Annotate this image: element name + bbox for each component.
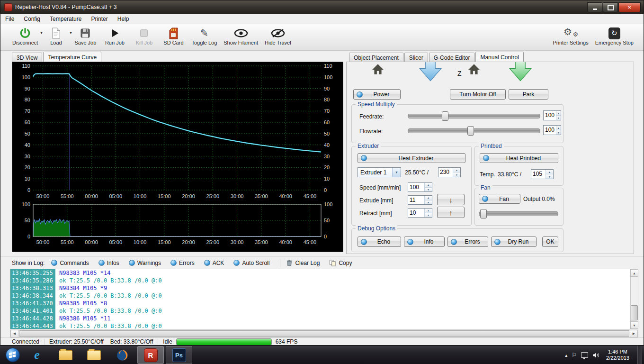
load-button[interactable]: Load ▾: [41, 24, 71, 46]
debug-dry-run-button[interactable]: Dry Run: [491, 237, 537, 247]
flowrate-slider-thumb[interactable]: [467, 126, 474, 136]
run-job-button[interactable]: Run Job: [100, 24, 129, 46]
title-bar[interactable]: Repetier-Host V0.84 - PumpCase.stl + 3 ✕: [0, 0, 644, 14]
turn-motor-off-button[interactable]: Turn Motor Off: [450, 89, 506, 100]
flowrate-spinner[interactable]: 100 ▲▼: [543, 125, 561, 135]
taskbar-clock[interactable]: 1:46 PM 2/22/2013: [606, 349, 629, 361]
debug-echo-button[interactable]: Echo: [358, 237, 401, 247]
z-down-arrow-button[interactable]: [509, 62, 532, 82]
feedrate-spinner[interactable]: 100 ▲▼: [543, 110, 561, 120]
taskbar-ie-button[interactable]: e: [24, 346, 50, 364]
tab-manual-control[interactable]: Manual Control: [475, 52, 523, 62]
disconnect-button[interactable]: Disconnect ▾: [9, 24, 41, 46]
spinner-up-button[interactable]: ▲: [546, 170, 553, 174]
retract-button[interactable]: ↑: [437, 207, 465, 218]
log-filter-commands[interactable]: Commands: [51, 260, 89, 266]
feedrate-slider-thumb[interactable]: [442, 111, 448, 121]
maximize-button[interactable]: [603, 2, 618, 12]
spinner-up-button[interactable]: ▲: [453, 168, 460, 173]
slider-track: [408, 128, 540, 133]
printer-settings-button[interactable]: ⚙⚙ Printer Settings: [549, 24, 591, 46]
minimize-button[interactable]: [587, 2, 602, 12]
emergency-stop-button[interactable]: ↻ Emergency Stop: [592, 24, 637, 46]
close-button[interactable]: ✕: [618, 2, 641, 12]
retract-length-spinner[interactable]: 10 ▲▼: [408, 208, 432, 218]
spinner-up-button[interactable]: ▲: [425, 209, 432, 213]
hide-travel-button[interactable]: Hide Travel: [261, 24, 295, 46]
menu-printer[interactable]: Printer: [86, 14, 112, 24]
taskbar-repetier-button[interactable]: R: [137, 346, 164, 364]
sd-card-button[interactable]: SD Card: [159, 24, 188, 46]
home-z-icon[interactable]: [467, 63, 481, 75]
log-horizontal-scrollbar[interactable]: ◀ ▶: [10, 330, 638, 337]
spinner-down-button[interactable]: ▼: [546, 174, 553, 179]
bed-target-spinner[interactable]: 105 ▲▼: [531, 169, 554, 179]
extruder-selector[interactable]: Extruder 1 ▼: [358, 167, 401, 177]
volume-icon[interactable]: [592, 352, 599, 358]
tab-slicer[interactable]: Slicer: [404, 53, 428, 62]
scrollbar-thumb[interactable]: [19, 330, 629, 337]
taskbar-explorer-button[interactable]: [80, 346, 107, 364]
log-vertical-scrollbar[interactable]: ▲ ▼: [630, 269, 638, 329]
fan-slider[interactable]: [479, 209, 558, 218]
extruder-target-spinner[interactable]: 230 ▲▼: [438, 167, 461, 177]
taskbar-photoshop-button[interactable]: Ps: [166, 346, 192, 364]
spinner-up-button[interactable]: ▲: [425, 196, 432, 200]
taskbar-firefox-button[interactable]: [109, 346, 135, 364]
debug-errors-button[interactable]: Errors: [447, 237, 488, 247]
spinner-down-button[interactable]: ▼: [556, 130, 561, 135]
log-auto-scroll-toggle[interactable]: Auto Scroll: [233, 260, 269, 266]
debug-info-button[interactable]: Info: [404, 237, 445, 247]
extrude-speed-spinner[interactable]: 100 ▲▼: [408, 182, 432, 192]
scrollbar-thumb[interactable]: [631, 305, 638, 320]
show-hidden-icons-button[interactable]: ▴: [565, 353, 567, 358]
home-xy-icon[interactable]: [371, 63, 385, 75]
toggle-log-button[interactable]: ✎ Toggle Log: [188, 24, 220, 46]
tab-temperature-curve[interactable]: Temperature Curve: [43, 52, 101, 62]
flowrate-slider[interactable]: [408, 126, 540, 135]
scroll-left-arrow[interactable]: ◀: [10, 330, 18, 337]
fan-button[interactable]: Fan: [479, 194, 520, 204]
taskbar-libraries-button[interactable]: [52, 346, 79, 364]
tab-gcode-editor[interactable]: G-Code Editor: [429, 53, 475, 62]
clear-log-button[interactable]: Clear Log: [286, 259, 320, 266]
spinner-down-button[interactable]: ▼: [453, 173, 460, 177]
tab-3d-view[interactable]: 3D View: [12, 53, 42, 62]
spinner-down-button[interactable]: ▼: [425, 188, 432, 192]
save-job-button[interactable]: Save Job: [71, 24, 100, 46]
ok-button[interactable]: OK: [542, 237, 558, 247]
show-desktop-button[interactable]: [637, 346, 642, 364]
y-minus-arrow-button[interactable]: [419, 62, 442, 82]
heat-printbed-button[interactable]: Heat Printbed: [480, 153, 558, 163]
log-filter-warnings[interactable]: Warnings: [129, 260, 161, 266]
spinner-up-button[interactable]: ▲: [425, 183, 432, 188]
spinner-down-button[interactable]: ▼: [425, 213, 432, 218]
extrude-length-spinner[interactable]: 11 ▲▼: [408, 195, 432, 205]
menu-help[interactable]: Help: [113, 14, 134, 24]
spinner-down-button[interactable]: ▼: [425, 200, 432, 205]
extrude-button[interactable]: ↓: [437, 194, 465, 205]
menu-temperature[interactable]: Temperature: [45, 14, 86, 24]
copy-log-button[interactable]: Copy: [329, 259, 352, 267]
menu-config[interactable]: Config: [19, 14, 45, 24]
log-filter-infos[interactable]: Infos: [98, 260, 119, 266]
network-icon[interactable]: [581, 352, 588, 358]
power-button[interactable]: Power: [353, 89, 401, 100]
show-filament-button[interactable]: Show Filament: [220, 24, 261, 46]
spinner-up-button[interactable]: ▲: [556, 111, 561, 116]
spinner-up-button[interactable]: ▲: [556, 126, 561, 130]
log-filter-ack[interactable]: ACK: [204, 260, 224, 266]
scroll-right-arrow[interactable]: ▶: [630, 330, 638, 337]
spinner-down-button[interactable]: ▼: [556, 116, 561, 120]
action-center-icon[interactable]: ⚐: [572, 352, 577, 358]
fan-slider-thumb[interactable]: [480, 209, 487, 218]
tab-object-placement[interactable]: Object Placement: [349, 53, 403, 62]
log-filter-errors[interactable]: Errors: [170, 260, 195, 266]
scroll-up-arrow[interactable]: ▲: [630, 269, 638, 277]
scroll-down-arrow[interactable]: ▼: [630, 321, 638, 329]
heat-extruder-button[interactable]: Heat Extruder: [358, 153, 465, 163]
start-button[interactable]: [4, 346, 22, 364]
menu-file[interactable]: File: [0, 14, 19, 24]
feedrate-slider[interactable]: [408, 111, 540, 120]
park-button[interactable]: Park: [509, 89, 548, 100]
